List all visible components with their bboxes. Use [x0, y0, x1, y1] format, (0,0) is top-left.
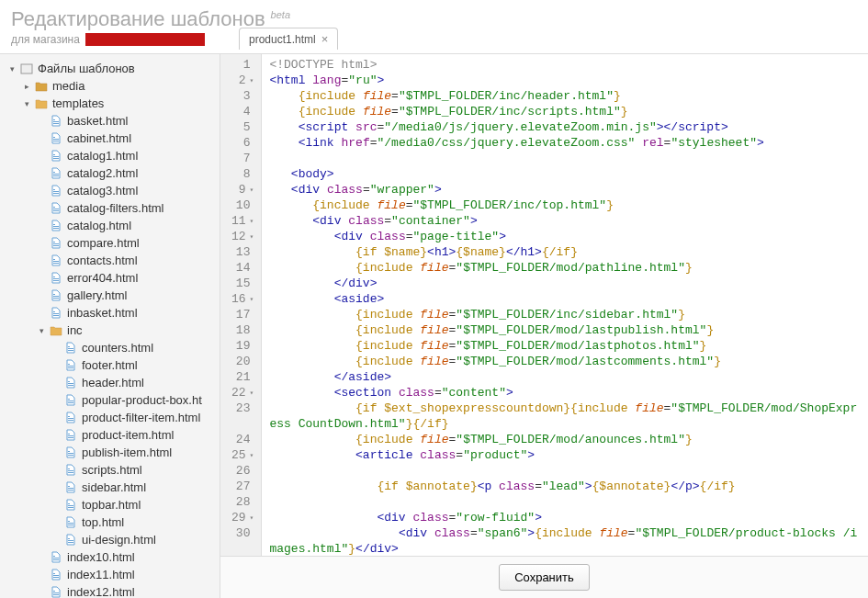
tree-file[interactable]: catalog1.html [29, 147, 220, 164]
tree-file[interactable]: index10.html [29, 548, 220, 566]
tree-label: product-filter-item.html [82, 411, 200, 424]
tree-file[interactable]: topbar.html [44, 496, 220, 513]
toggle-icon[interactable]: ▾ [37, 326, 46, 335]
code-line[interactable]: <aside> [269, 291, 861, 307]
code-line[interactable]: {include file="$TMPL_FOLDER/mod/pathline… [269, 260, 861, 276]
code-area[interactable]: <!DOCTYPE html><html lang="ru"> {include… [262, 54, 868, 556]
tree-file[interactable]: contacts.html [29, 252, 220, 269]
code-line[interactable]: <link href="/media0/css/jquery.elevateZo… [269, 135, 861, 151]
code-line[interactable]: {include file="$TMPL_FOLDER/mod/lastpubl… [269, 322, 861, 338]
tree-file[interactable]: inbasket.html [29, 304, 220, 322]
file-icon [49, 167, 63, 180]
folder-open-icon [34, 97, 49, 110]
code-line[interactable]: {if $name}<h1>{$name}</h1>{/if} [269, 244, 861, 260]
code-line[interactable]: <!DOCTYPE html> [269, 57, 861, 73]
tree-file[interactable]: catalog-filters.html [29, 199, 220, 217]
fold-icon[interactable]: ▾ [250, 229, 254, 244]
code-line[interactable]: </aside> [269, 369, 861, 385]
tree-label: topbar.html [82, 498, 141, 512]
line-number: 5 [231, 119, 254, 135]
tree-file[interactable]: index12.html [29, 583, 220, 598]
tree-file[interactable]: catalog3.html [29, 182, 220, 199]
code-line[interactable]: {include file="$TMPL_FOLDER/mod/anounces… [269, 432, 861, 447]
fold-icon[interactable]: ▾ [250, 447, 254, 463]
tree-file[interactable]: basket.html [29, 112, 220, 130]
file-icon [49, 220, 63, 232]
code-line[interactable]: {include file="$TMPL_FOLDER/inc/scripts.… [269, 104, 861, 119]
tree-file[interactable]: counters.html [44, 339, 220, 356]
tree-file[interactable]: cabinet.html [29, 130, 220, 147]
fold-icon[interactable]: ▾ [250, 385, 254, 401]
fold-icon[interactable]: ▾ [250, 182, 254, 197]
store-name-redacted [85, 33, 205, 46]
line-number: 10 [231, 197, 254, 213]
line-number: 28 [231, 494, 254, 510]
line-number: 22▾ [231, 385, 254, 401]
tree-folder-templates[interactable]: ▾templates [15, 95, 220, 112]
tree-folder-inc[interactable]: ▾inc [29, 322, 220, 339]
tree-file[interactable]: product-filter-item.html [44, 409, 220, 426]
fold-icon[interactable]: ▾ [250, 213, 254, 229]
tab-product1[interactable]: product1.html × [239, 28, 338, 50]
close-icon[interactable]: × [321, 32, 329, 46]
toggle-icon[interactable]: ▾ [7, 64, 17, 73]
code-line[interactable]: <div class="span6">{include file="$TMPL_… [269, 525, 861, 556]
code-line[interactable]: <div class="row-fluid"> [269, 510, 861, 525]
tree-label: basket.html [67, 114, 128, 128]
save-button[interactable]: Сохранить [499, 564, 590, 591]
toggle-icon[interactable]: ▾ [22, 99, 31, 108]
code-line[interactable]: <article class="product"> [269, 447, 861, 463]
tree-file[interactable]: error404.html [29, 269, 220, 287]
tree-file[interactable]: footer.html [44, 356, 220, 374]
tree-file[interactable]: ui-design.html [44, 531, 220, 548]
line-number: 16▾ [231, 291, 254, 307]
code-line[interactable]: {include file="$TMPL_FOLDER/mod/lastphot… [269, 338, 861, 354]
code-line[interactable]: {include file="$TMPL_FOLDER/inc/header.h… [269, 88, 861, 104]
tree-file[interactable]: scripts.html [44, 461, 220, 479]
code-line[interactable]: {include file="$TMPL_FOLDER/inc/top.html… [269, 197, 861, 213]
file-tree-sidebar[interactable]: ▾Файлы шаблонов▸media▾templatesbasket.ht… [0, 54, 220, 598]
file-icon [63, 516, 78, 529]
code-line[interactable]: {if $ext_shopexpresscountdown}{include f… [269, 401, 861, 432]
toggle-icon[interactable]: ▸ [22, 82, 31, 91]
file-icon [63, 342, 78, 355]
line-number: 2▾ [231, 73, 254, 88]
code-line[interactable]: </div> [269, 276, 861, 291]
fold-icon[interactable]: ▾ [250, 510, 254, 525]
code-line[interactable]: <body> [269, 166, 861, 182]
fold-icon[interactable]: ▾ [250, 73, 254, 88]
code-line[interactable]: <html lang="ru"> [269, 73, 861, 88]
tree-file[interactable]: product-item.html [44, 426, 220, 444]
tree-file[interactable]: catalog2.html [29, 164, 220, 182]
code-line[interactable] [269, 151, 861, 166]
code-line[interactable]: <script src="/media0/js/jquery.elevateZo… [269, 119, 861, 135]
tree-label: templates [52, 96, 104, 110]
tree-folder-media[interactable]: ▸media [15, 77, 220, 95]
code-line[interactable]: <section class="content"> [269, 385, 861, 401]
code-line[interactable]: {include file="$TMPL_FOLDER/inc/sidebar.… [269, 307, 861, 322]
code-line[interactable] [269, 494, 861, 510]
tree-file[interactable]: publish-item.html [44, 444, 220, 461]
code-editor[interactable]: 12▾3456789▾1011▾12▾13141516▾171819202122… [220, 54, 868, 556]
tree-file[interactable]: header.html [44, 374, 220, 391]
code-line[interactable]: {include file="$TMPL_FOLDER/mod/lastcomm… [269, 354, 861, 369]
tree-file[interactable]: top.html [44, 513, 220, 531]
tree-root[interactable]: ▾Файлы шаблонов [0, 60, 220, 77]
tree-file[interactable]: compare.html [29, 234, 220, 252]
tree-file[interactable]: sidebar.html [44, 479, 220, 496]
code-line[interactable]: {if $annotate}<p class="lead">{$annotate… [269, 479, 861, 494]
code-line[interactable]: <div class="page-title"> [269, 229, 861, 244]
tree-file[interactable]: popular-product-box.ht [44, 391, 220, 409]
code-line[interactable] [269, 463, 861, 479]
tree-file[interactable]: index11.html [29, 566, 220, 583]
tree-file[interactable]: catalog.html [29, 217, 220, 234]
code-line[interactable]: <div class="container"> [269, 213, 861, 229]
fold-icon[interactable]: ▾ [250, 291, 254, 307]
tree-file[interactable]: gallery.html [29, 287, 220, 304]
editor-footer: Сохранить [220, 556, 868, 598]
file-icon [63, 359, 78, 372]
code-line[interactable]: <div class="wrapper"> [269, 182, 861, 197]
tree-label: index12.html [67, 585, 135, 598]
folder-icon [34, 80, 49, 93]
tab-label: product1.html [249, 33, 316, 46]
